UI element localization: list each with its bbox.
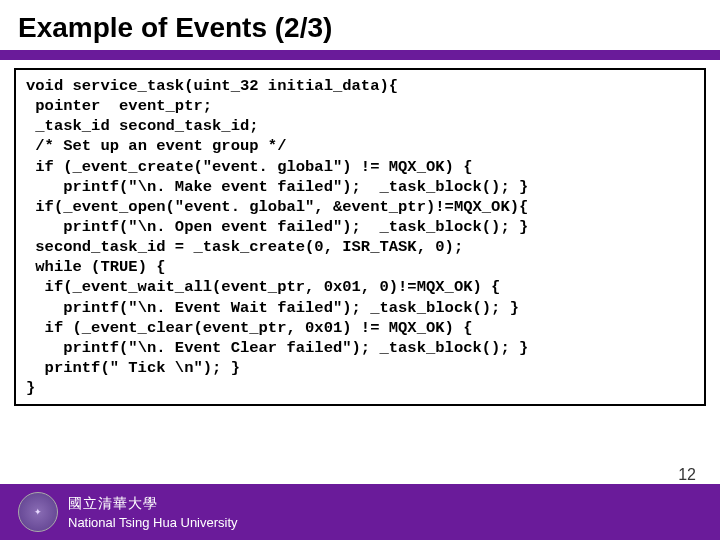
- page-number: 12: [678, 466, 696, 484]
- title-underline: [0, 50, 720, 60]
- footer-bar: 12 ✦ 國立清華大學 National Tsing Hua Universit…: [0, 484, 720, 540]
- university-name-english: National Tsing Hua University: [68, 515, 238, 530]
- slide: Example of Events (2/3) void service_tas…: [0, 0, 720, 540]
- university-name-chinese: 國立清華大學: [68, 495, 238, 513]
- code-block: void service_task(uint_32 initial_data){…: [14, 68, 706, 406]
- university-seal-icon: ✦: [18, 492, 58, 532]
- slide-title: Example of Events (2/3): [0, 0, 720, 50]
- content-area: void service_task(uint_32 initial_data){…: [0, 60, 720, 484]
- university-text-block: 國立清華大學 National Tsing Hua University: [68, 495, 238, 530]
